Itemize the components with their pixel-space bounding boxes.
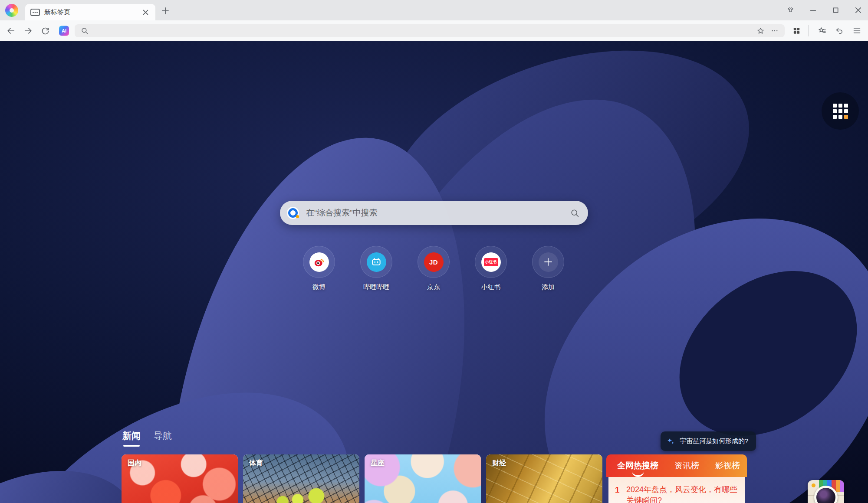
ai-suggestion-bubble[interactable]: 宇宙星河是如何形成的? bbox=[661, 431, 756, 451]
category-badge: 体育 bbox=[249, 459, 263, 468]
news-card-sports[interactable]: 体育 ATP年度大奖提名公布商 bbox=[243, 454, 359, 503]
hot-item[interactable]: 1 2024年盘点，风云变化，有哪些关键瞬间? bbox=[615, 484, 738, 503]
browser-tab[interactable]: 新标签页 bbox=[25, 4, 155, 20]
plus-icon bbox=[543, 257, 553, 267]
search-icon bbox=[81, 27, 89, 35]
apps-grid-icon[interactable] bbox=[792, 26, 801, 35]
jd-icon: JD bbox=[424, 252, 444, 272]
rank-number: 1 bbox=[615, 484, 621, 503]
category-badge: 星座 bbox=[371, 459, 385, 468]
card-image-tennis-balls: 体育 bbox=[243, 454, 359, 503]
tab-close-icon[interactable] bbox=[141, 7, 150, 17]
card-image-autumn-leaves: 国内 bbox=[122, 454, 238, 503]
wallpaper-apps-launcher-button[interactable] bbox=[822, 92, 859, 130]
section-tabs: 新闻 导航 bbox=[122, 430, 172, 447]
browser-logo-icon bbox=[5, 4, 18, 17]
news-card-horoscope[interactable]: 星座 12星座12月运势排行榜冠 bbox=[365, 454, 481, 503]
tab-navigation[interactable]: 导航 bbox=[154, 430, 172, 442]
maximize-button[interactable] bbox=[832, 7, 839, 14]
more-options-icon[interactable] bbox=[771, 27, 779, 35]
camera-flash-dot bbox=[812, 483, 815, 487]
theme-skin-icon[interactable] bbox=[787, 7, 794, 14]
center-search-box[interactable] bbox=[280, 201, 588, 225]
hot-tab-movies[interactable]: 影视榜 bbox=[715, 460, 740, 471]
new-tab-page: 微博 哔哩哔哩 JD 京东 小红书 小红书 bbox=[0, 41, 868, 503]
favorites-list-icon[interactable] bbox=[818, 26, 827, 35]
undo-icon[interactable] bbox=[835, 26, 844, 35]
camera-tripod-widget[interactable] bbox=[808, 480, 844, 503]
news-cards-row: 国内 20处绝佳的红叶观赏地， 体育 ATP年度大奖提名公布商 星座 12星座1… bbox=[122, 454, 602, 503]
quick-link-add[interactable]: 添加 bbox=[519, 246, 577, 291]
address-bar[interactable] bbox=[75, 24, 785, 37]
quick-link-weibo[interactable]: 微博 bbox=[290, 246, 348, 291]
hot-search-panel: 全网热搜榜 资讯榜 影视榜 1 2024年盘点，风云变化，有哪些关键瞬间? 2 … bbox=[606, 454, 747, 503]
magnifier-icon[interactable] bbox=[570, 209, 579, 218]
weibo-icon bbox=[312, 255, 326, 268]
titlebar: 新标签页 bbox=[0, 0, 868, 20]
category-badge: 财经 bbox=[492, 459, 506, 468]
close-window-button[interactable] bbox=[855, 7, 862, 14]
hot-item-text: 2024年盘点，风云变化，有哪些关键瞬间? bbox=[626, 484, 738, 503]
card-image-gold-bars: 财经 bbox=[486, 454, 602, 503]
menu-icon[interactable] bbox=[852, 26, 861, 35]
tab-news[interactable]: 新闻 bbox=[122, 430, 141, 447]
camera-icon bbox=[808, 480, 844, 503]
center-search-input[interactable] bbox=[305, 208, 570, 218]
address-input[interactable] bbox=[95, 27, 750, 35]
quick-links-row: 微博 哔哩哔哩 JD 京东 小红书 小红书 bbox=[290, 246, 577, 291]
hot-panel-body: 1 2024年盘点，风云变化，有哪些关键瞬间? 2 奥运金牌成本价格是? 3 警… bbox=[608, 477, 745, 503]
card-image-paper-umbrellas: 星座 bbox=[365, 454, 481, 503]
sparkles-icon bbox=[666, 437, 676, 446]
refresh-button[interactable] bbox=[41, 26, 50, 35]
quick-link-xiaohongshu[interactable]: 小红书 小红书 bbox=[462, 246, 519, 291]
back-button[interactable] bbox=[6, 26, 16, 36]
hot-tab-all-network[interactable]: 全网热搜榜 bbox=[617, 460, 658, 471]
news-card-finance[interactable]: 财经 黄金最新消息和未来汇率 bbox=[486, 454, 602, 503]
toolbar-divider bbox=[808, 25, 809, 36]
window-controls bbox=[787, 0, 862, 20]
tab-title: 新标签页 bbox=[44, 8, 141, 16]
category-badge: 国内 bbox=[128, 459, 141, 468]
newtab-favicon-icon bbox=[30, 9, 40, 16]
hot-tab-news[interactable]: 资讯榜 bbox=[674, 460, 699, 471]
bookmark-star-icon[interactable] bbox=[756, 27, 765, 35]
toolbar: AI bbox=[0, 20, 868, 41]
forward-button[interactable] bbox=[23, 26, 33, 36]
quick-link-jd[interactable]: JD 京东 bbox=[405, 246, 462, 291]
xiaohongshu-icon: 小红书 bbox=[484, 258, 498, 266]
ai-assistant-button[interactable]: AI bbox=[59, 26, 69, 36]
apps-launcher-icon bbox=[833, 104, 848, 119]
ai-tip-text: 宇宙星河是如何形成的? bbox=[680, 437, 748, 445]
quick-link-bilibili[interactable]: 哔哩哔哩 bbox=[348, 246, 405, 291]
hot-panel-header: 全网热搜榜 资讯榜 影视榜 bbox=[606, 454, 747, 477]
new-tab-button[interactable] bbox=[160, 5, 171, 16]
minimize-button[interactable] bbox=[809, 7, 817, 14]
bilibili-icon bbox=[371, 256, 382, 268]
search-engine-logo-icon bbox=[287, 207, 299, 219]
news-card-domestic[interactable]: 国内 20处绝佳的红叶观赏地， bbox=[122, 454, 238, 503]
